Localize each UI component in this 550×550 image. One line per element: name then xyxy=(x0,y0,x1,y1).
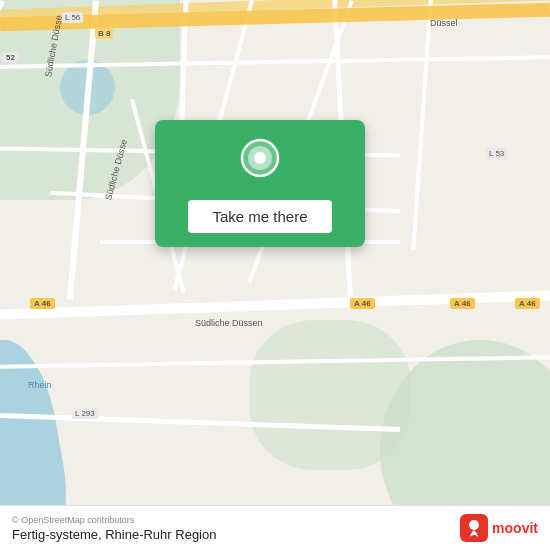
svg-point-2 xyxy=(254,152,266,164)
svg-point-5 xyxy=(469,520,479,530)
label-rhein: Rhein xyxy=(28,380,52,390)
pin-icon xyxy=(238,138,282,190)
bottom-left: © OpenStreetMap contributors Fertig-syst… xyxy=(12,515,216,542)
moovit-text: moovit xyxy=(492,520,538,536)
label-sudliche3: Südliche Düssen xyxy=(195,318,263,328)
map-container: Düssel B 8 L 56 52 Südliche Düsse Südlic… xyxy=(0,0,550,550)
park-area-3 xyxy=(250,320,410,470)
label-l53: L 53 xyxy=(486,148,507,159)
location-name: Fertig-systeme, Rhine-Ruhr Region xyxy=(12,527,216,542)
label-b8: B 8 xyxy=(95,28,113,39)
label-l56: L 56 xyxy=(62,12,83,23)
road-v4 xyxy=(411,0,432,250)
label-a46-2: A 46 xyxy=(350,298,375,309)
label-a46-3: A 46 xyxy=(450,298,475,309)
label-a46-4: A 46 xyxy=(515,298,540,309)
moovit-pin-icon xyxy=(460,514,488,542)
map-background: Düssel B 8 L 56 52 Südliche Düsse Südlic… xyxy=(0,0,550,550)
bottom-bar: © OpenStreetMap contributors Fertig-syst… xyxy=(0,505,550,550)
moovit-logo: moovit xyxy=(460,514,538,542)
label-dussel: Düssel xyxy=(430,18,458,28)
pin-icon-container xyxy=(234,138,286,190)
label-l293: L 293 xyxy=(72,408,98,419)
label-52: 52 xyxy=(2,52,19,63)
label-a46-1: A 46 xyxy=(30,298,55,309)
location-card: Take me there xyxy=(155,120,365,247)
copyright-text: © OpenStreetMap contributors xyxy=(12,515,216,525)
take-me-there-button[interactable]: Take me there xyxy=(188,200,331,233)
